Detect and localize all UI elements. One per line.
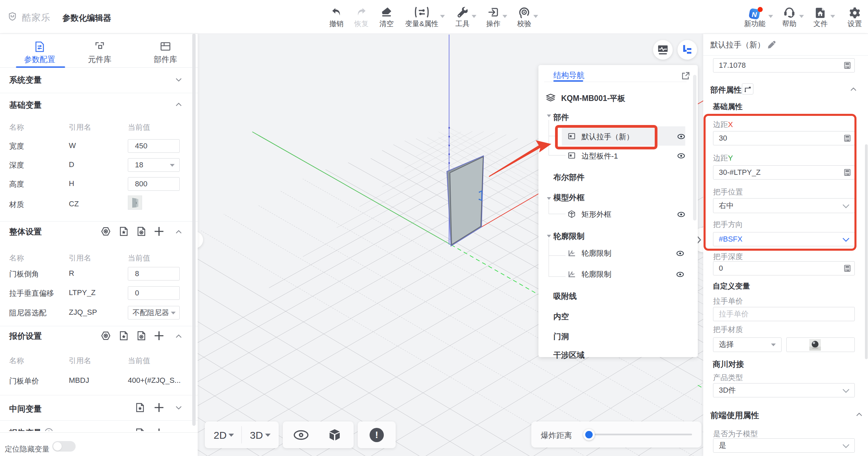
- svg-text:N: N: [752, 11, 757, 18]
- svg-text:?: ?: [47, 430, 50, 431]
